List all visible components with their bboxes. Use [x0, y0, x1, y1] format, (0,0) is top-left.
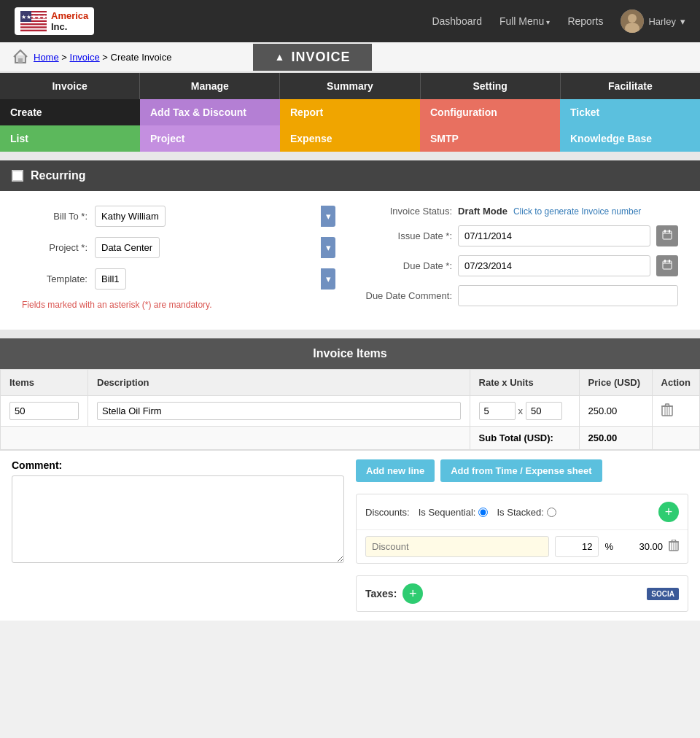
item-cell [1, 396, 88, 427]
due-date-input[interactable] [458, 255, 650, 276]
sub-item-configuration[interactable]: Configuration [420, 99, 560, 125]
col-header-action: Action [652, 370, 699, 396]
form-right: Invoice Status: Draft Mode Click to gene… [365, 206, 678, 315]
add-line-buttons: Add new line Add from Time / Expense she… [356, 459, 688, 482]
due-date-calendar-btn[interactable] [656, 255, 678, 276]
recurring-checkbox[interactable] [12, 170, 23, 182]
bill-to-select[interactable]: Kathy William [95, 206, 166, 227]
home-icon [12, 48, 29, 66]
discounts-panel: Discounts: Is Sequential: Is Stacked: + … [356, 494, 688, 564]
comment-section: Comment: [12, 459, 344, 565]
comment-textarea[interactable] [12, 475, 344, 563]
issue-date-calendar-btn[interactable] [656, 225, 678, 246]
project-arrow-icon: ▾ [321, 237, 335, 258]
add-tax-button[interactable]: + [402, 583, 423, 604]
is-stacked-label: Is Stacked: [497, 507, 543, 518]
issue-date-input[interactable] [458, 225, 650, 246]
due-date-comment-row: Due Date Comment: [365, 285, 678, 306]
taxes-panel: Taxes: + SOCIA [356, 575, 688, 612]
svg-rect-11 [20, 27, 47, 28]
is-sequential-label: Is Sequential: [419, 507, 476, 518]
logo-text: America Inc. [51, 10, 88, 32]
sub-item-create[interactable]: Create [0, 99, 140, 125]
nav-user[interactable]: Harley ▾ [621, 9, 685, 33]
action-cell [652, 396, 699, 427]
issue-date-label: Issue Date *: [365, 230, 452, 241]
invoice-status-value: Draft Mode [458, 206, 508, 217]
avatar [621, 9, 644, 33]
table-header-row: Items Description Rate x Units Price (US… [1, 370, 700, 396]
sub-item-list[interactable]: List [0, 125, 140, 152]
is-stacked-radio[interactable] [547, 508, 556, 517]
rate-input[interactable] [479, 402, 516, 420]
divider-2 [0, 330, 700, 338]
svg-point-17 [628, 14, 637, 23]
click-generate-link[interactable]: Click to generate Invoice number [513, 206, 641, 217]
col-header-items: Items [1, 370, 88, 396]
bill-to-wrapper: Kathy William ▾ [95, 206, 335, 227]
svg-rect-25 [664, 260, 666, 263]
menu-group-summary[interactable]: Summary [280, 73, 420, 99]
discount-name-input[interactable] [365, 536, 549, 557]
project-label: Project *: [22, 242, 88, 253]
divider-1 [0, 152, 700, 160]
right-panel: Add new line Add from Time / Expense she… [356, 459, 688, 612]
breadcrumb-center: ▲ INVOICE [183, 44, 441, 71]
invoice-title-pill: ▲ INVOICE [253, 44, 373, 71]
discount-row: % 30.00 [357, 529, 688, 563]
svg-rect-19 [18, 58, 23, 63]
sub-item-add-tax[interactable]: Add Tax & Discount [140, 99, 280, 125]
price-value: 250.00 [588, 405, 618, 416]
is-sequential-radio[interactable] [478, 508, 488, 517]
template-wrapper: Bill1 ▾ [95, 268, 335, 290]
svg-rect-13 [20, 30, 47, 31]
delete-row-button[interactable] [661, 403, 673, 419]
nav-reports[interactable]: Reports [567, 15, 603, 27]
add-from-time-button[interactable]: Add from Time / Expense sheet [440, 459, 602, 482]
description-input[interactable] [97, 402, 461, 420]
add-discount-button[interactable]: + [658, 502, 679, 522]
sub-item-report[interactable]: Report [280, 99, 420, 125]
svg-rect-20 [663, 231, 672, 239]
due-date-row: Due Date *: [365, 255, 678, 276]
sub-item-project[interactable]: Project [140, 125, 280, 152]
delete-discount-button[interactable] [669, 540, 679, 554]
col-header-description: Description [88, 370, 470, 396]
template-select[interactable]: Bill1 [95, 268, 126, 290]
sub-menu-col-invoice: Create List [0, 99, 140, 152]
nav-dashboard[interactable]: Dashboard [432, 15, 482, 27]
breadcrumb-invoice[interactable]: Invoice [70, 52, 100, 63]
bill-to-label: Bill To *: [22, 211, 88, 222]
due-date-comment-input[interactable] [458, 285, 678, 306]
menu-group-facilitate[interactable]: Facilitate [561, 73, 700, 99]
nav-links: Dashboard Full Menu▾ Reports Harley ▾ [432, 9, 685, 33]
invoice-status-label: Invoice Status: [365, 206, 452, 217]
nav-full-menu[interactable]: Full Menu▾ [499, 15, 550, 27]
menu-group-invoice[interactable]: Invoice [0, 73, 140, 99]
invoice-items-header: Invoice Items [0, 338, 700, 369]
menu-group-manage[interactable]: Manage [140, 73, 280, 99]
svg-rect-26 [669, 260, 670, 263]
sub-item-expense[interactable]: Expense [280, 125, 420, 152]
breadcrumb-row: Home > Invoice > Create Invoice ▲ INVOIC… [0, 42, 700, 73]
svg-rect-22 [669, 230, 670, 233]
due-date-comment-label: Due Date Comment: [365, 290, 452, 301]
sub-menu-col-summary: Report Expense [280, 99, 420, 152]
menu-group-setting[interactable]: Setting [421, 73, 561, 99]
bill-to-arrow-icon: ▾ [321, 206, 335, 227]
item-input[interactable] [9, 402, 79, 420]
sub-item-knowledge-base[interactable]: Knowledge Base [560, 125, 700, 152]
discounts-label: Discounts: [365, 507, 410, 518]
svg-rect-12 [20, 28, 47, 30]
sub-item-smtp[interactable]: SMTP [420, 125, 560, 152]
breadcrumb-home[interactable]: Home [34, 52, 59, 63]
logo-box[interactable]: ★★★★★★★★★★★★★★★★★★★★★★★★★★★★★★★★★★★★★★★★… [15, 7, 94, 35]
units-input[interactable] [526, 402, 562, 420]
issue-date-row: Issue Date *: [365, 225, 678, 246]
svg-rect-21 [664, 230, 666, 233]
top-navigation: ★★★★★★★★★★★★★★★★★★★★★★★★★★★★★★★★★★★★★★★★… [0, 0, 700, 42]
sub-item-ticket[interactable]: Ticket [560, 99, 700, 125]
discount-percent-input[interactable] [555, 536, 599, 557]
add-new-line-button[interactable]: Add new line [356, 459, 435, 482]
project-select[interactable]: Data Center [95, 237, 160, 258]
